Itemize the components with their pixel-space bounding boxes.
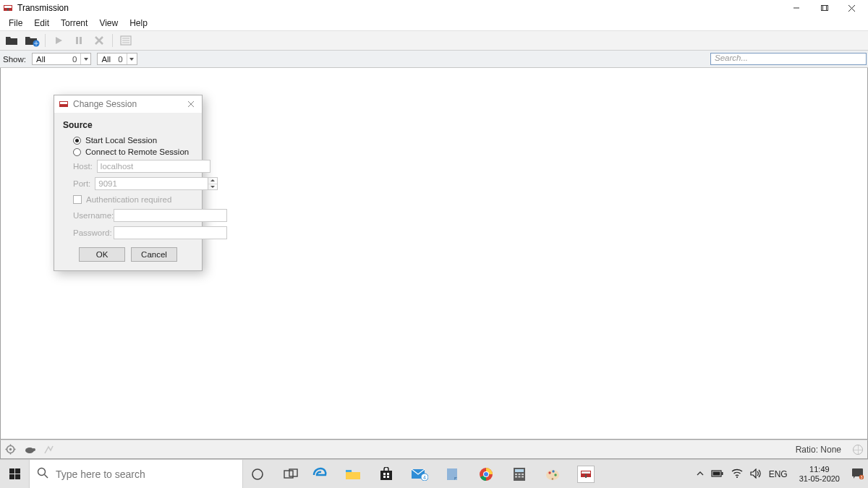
menu-view[interactable]: View [93, 17, 124, 30]
tray-clock[interactable]: 11:49 31-05-2020 [795, 465, 844, 482]
statusbar: Ratio: None [0, 440, 868, 459]
svg-rect-53 [522, 476, 524, 477]
torrent-list: Change Session Source Start Local Sessio… [0, 68, 868, 440]
menubar: File Edit Torrent View Help [0, 16, 868, 30]
turtle-mode-icon[interactable] [23, 445, 36, 454]
svg-point-45 [484, 472, 488, 476]
port-spinner[interactable] [208, 177, 218, 190]
svg-rect-4 [821, 5, 826, 10]
settings-icon[interactable] [5, 444, 16, 455]
show-label: Show: [1, 55, 26, 64]
notes-icon[interactable] [444, 466, 461, 483]
minimize-button[interactable] [783, 0, 810, 16]
dialog-title: Change Session [73, 99, 137, 109]
svg-rect-39 [387, 476, 389, 478]
password-input[interactable] [114, 226, 227, 239]
compact-view-icon[interactable] [43, 445, 54, 455]
svg-rect-50 [522, 474, 524, 475]
explorer-icon[interactable] [344, 466, 362, 483]
window-titlebar: Transmission [0, 0, 868, 16]
svg-text:4: 4 [423, 475, 426, 480]
menu-torrent[interactable]: Torrent [55, 17, 93, 30]
cancel-button[interactable]: Cancel [131, 247, 177, 262]
dialog-icon [59, 99, 69, 109]
start-button[interactable] [50, 33, 67, 48]
svg-point-57 [554, 474, 556, 476]
host-label: Host: [73, 162, 93, 171]
password-label: Password: [73, 228, 109, 237]
window-title: Transmission [17, 3, 69, 13]
properties-button[interactable] [117, 33, 135, 48]
menu-file[interactable]: File [3, 17, 28, 30]
svg-rect-48 [515, 474, 517, 475]
menu-help[interactable]: Help [124, 17, 153, 30]
username-input[interactable] [114, 209, 227, 222]
maximize-button[interactable] [810, 0, 838, 16]
open-url-button[interactable] [23, 33, 41, 48]
svg-point-28 [33, 448, 35, 451]
tray-volume-icon[interactable] [750, 468, 762, 480]
svg-text:3: 3 [860, 475, 862, 479]
svg-rect-49 [519, 474, 521, 475]
port-input[interactable] [95, 177, 208, 190]
open-torrent-button[interactable] [3, 33, 20, 48]
svg-rect-34 [346, 470, 352, 472]
close-button[interactable] [838, 0, 865, 16]
cortana-icon[interactable] [282, 466, 299, 483]
edge-icon[interactable] [311, 466, 328, 483]
svg-point-64 [736, 476, 738, 478]
task-view-icon[interactable] [249, 466, 266, 483]
tray-action-center-icon[interactable]: 3 [851, 468, 864, 481]
tray-chevron-icon[interactable] [697, 470, 704, 479]
search-input[interactable] [710, 53, 867, 65]
filter-status-combo[interactable]: All 0 [32, 53, 91, 65]
filter-tracker-combo[interactable]: All 0 [97, 53, 137, 65]
host-input[interactable] [97, 160, 210, 173]
tray-power-icon[interactable] [711, 469, 724, 479]
svg-rect-59 [582, 471, 590, 474]
svg-rect-62 [712, 471, 720, 475]
svg-line-30 [45, 474, 48, 478]
svg-rect-51 [515, 476, 517, 477]
radio-remote-session[interactable]: Connect to Remote Session [63, 146, 193, 158]
remove-button[interactable] [90, 33, 108, 48]
svg-rect-18 [60, 102, 67, 104]
tray-wifi-icon[interactable] [731, 468, 743, 479]
svg-rect-2 [7, 8, 9, 11]
transmission-taskbar-icon[interactable] [577, 466, 595, 483]
calculator-icon[interactable] [511, 466, 528, 483]
pause-button[interactable] [70, 33, 88, 48]
auth-required-checkbox[interactable]: Authentication required [63, 192, 193, 207]
taskbar-search[interactable]: Type here to search [29, 460, 243, 489]
checkbox-icon [73, 195, 82, 204]
mail-icon[interactable]: 4 [411, 466, 428, 483]
source-heading: Source [63, 120, 193, 130]
svg-point-55 [548, 471, 550, 474]
dialog-close-button[interactable] [184, 99, 197, 110]
network-status-icon[interactable] [853, 445, 863, 455]
app-icon [3, 3, 13, 13]
ok-button[interactable]: OK [79, 247, 125, 262]
svg-rect-1 [4, 6, 12, 8]
port-label: Port: [73, 179, 90, 188]
chrome-icon[interactable] [477, 466, 495, 483]
menu-edit[interactable]: Edit [28, 17, 55, 30]
search-icon [37, 467, 48, 481]
paint-icon[interactable] [544, 466, 561, 483]
tray-lang[interactable]: ENG [769, 469, 788, 479]
svg-rect-10 [80, 37, 82, 44]
username-label: Username: [73, 211, 109, 220]
start-button[interactable] [0, 460, 29, 489]
radio-icon [73, 137, 81, 145]
radio-local-session[interactable]: Start Local Session [63, 134, 193, 146]
filterbar: Show: All 0 All 0 [0, 51, 868, 68]
svg-rect-35 [380, 471, 392, 480]
svg-point-27 [25, 448, 34, 453]
svg-rect-63 [721, 472, 723, 475]
svg-rect-47 [515, 469, 524, 472]
svg-rect-9 [76, 37, 78, 44]
taskbar: Type here to search 4 ENG 11:49 31-05-20… [0, 459, 868, 488]
store-icon[interactable] [378, 466, 395, 483]
radio-icon [73, 148, 81, 156]
svg-point-56 [552, 470, 554, 472]
